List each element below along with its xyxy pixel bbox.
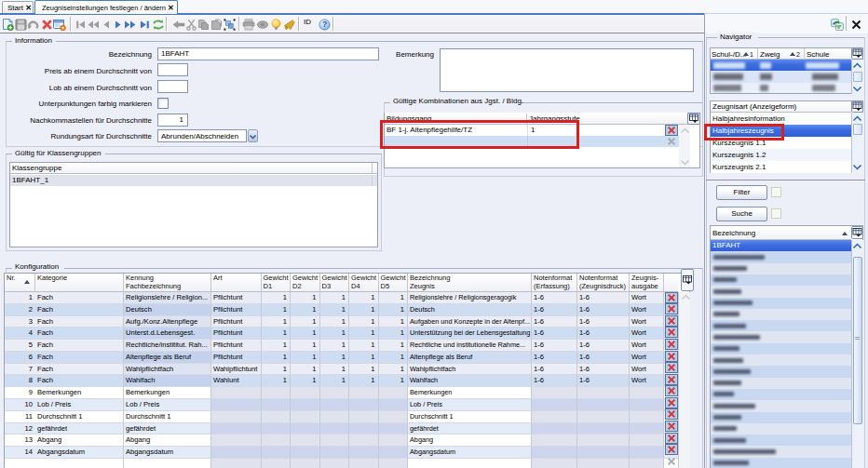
svg-text:1: 1 (750, 51, 753, 58)
svg-text:2: 2 (796, 51, 800, 58)
svg-text:?: ? (322, 20, 327, 29)
